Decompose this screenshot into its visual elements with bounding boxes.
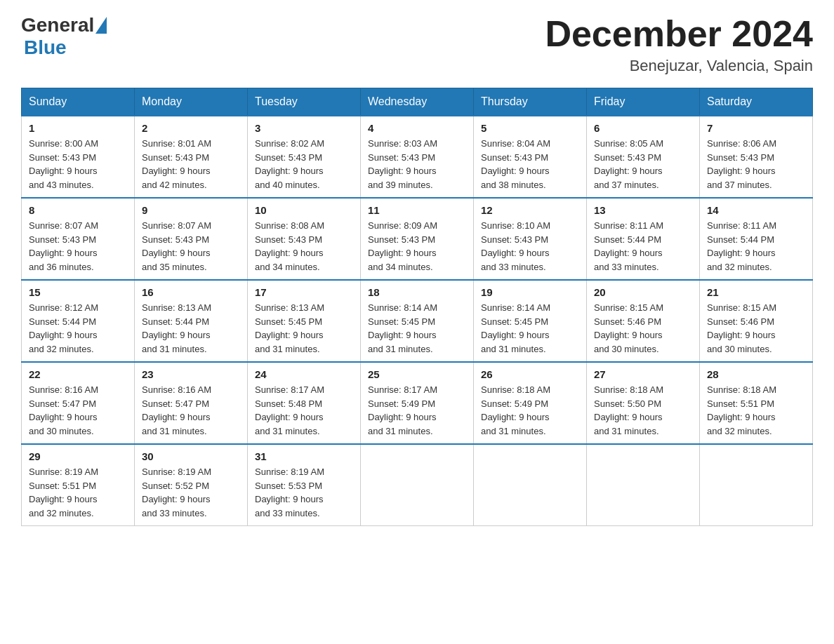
table-row: 27 Sunrise: 8:18 AMSunset: 5:50 PMDaylig… xyxy=(587,362,700,444)
day-info: Sunrise: 8:05 AMSunset: 5:43 PMDaylight:… xyxy=(594,138,663,190)
table-row: 28 Sunrise: 8:18 AMSunset: 5:51 PMDaylig… xyxy=(700,362,813,444)
header-monday: Monday xyxy=(135,88,248,116)
logo-general-text: General xyxy=(21,14,94,36)
table-row: 19 Sunrise: 8:14 AMSunset: 5:45 PMDaylig… xyxy=(474,280,587,362)
table-row: 10 Sunrise: 8:08 AMSunset: 5:43 PMDaylig… xyxy=(248,198,361,280)
day-number: 29 xyxy=(29,450,127,462)
day-number: 30 xyxy=(142,450,240,462)
calendar-week-3: 15 Sunrise: 8:12 AMSunset: 5:44 PMDaylig… xyxy=(22,280,813,362)
table-row: 13 Sunrise: 8:11 AMSunset: 5:44 PMDaylig… xyxy=(587,198,700,280)
day-number: 4 xyxy=(368,122,466,134)
logo: General Blue xyxy=(21,14,107,59)
table-row: 1 Sunrise: 8:00 AMSunset: 5:43 PMDayligh… xyxy=(22,116,135,198)
day-number: 24 xyxy=(255,368,353,380)
day-number: 17 xyxy=(255,286,353,298)
table-row: 14 Sunrise: 8:11 AMSunset: 5:44 PMDaylig… xyxy=(700,198,813,280)
day-number: 22 xyxy=(29,368,127,380)
header-saturday: Saturday xyxy=(700,88,813,116)
header: General Blue December 2024 Benejuzar, Va… xyxy=(21,14,813,75)
day-info: Sunrise: 8:08 AMSunset: 5:43 PMDaylight:… xyxy=(255,220,324,272)
day-number: 5 xyxy=(481,122,579,134)
day-info: Sunrise: 8:13 AMSunset: 5:44 PMDaylight:… xyxy=(142,302,211,354)
day-number: 21 xyxy=(707,286,805,298)
table-row: 26 Sunrise: 8:18 AMSunset: 5:49 PMDaylig… xyxy=(474,362,587,444)
table-row xyxy=(587,444,700,526)
header-friday: Friday xyxy=(587,88,700,116)
day-number: 9 xyxy=(142,204,240,216)
calendar-week-4: 22 Sunrise: 8:16 AMSunset: 5:47 PMDaylig… xyxy=(22,362,813,444)
table-row: 15 Sunrise: 8:12 AMSunset: 5:44 PMDaylig… xyxy=(22,280,135,362)
table-row: 9 Sunrise: 8:07 AMSunset: 5:43 PMDayligh… xyxy=(135,198,248,280)
day-number: 12 xyxy=(481,204,579,216)
day-number: 19 xyxy=(481,286,579,298)
title-area: December 2024 Benejuzar, Valencia, Spain xyxy=(545,14,813,75)
day-number: 28 xyxy=(707,368,805,380)
day-info: Sunrise: 8:17 AMSunset: 5:48 PMDaylight:… xyxy=(255,384,324,436)
day-info: Sunrise: 8:14 AMSunset: 5:45 PMDaylight:… xyxy=(368,302,437,354)
day-info: Sunrise: 8:18 AMSunset: 5:50 PMDaylight:… xyxy=(594,384,663,436)
day-info: Sunrise: 8:18 AMSunset: 5:51 PMDaylight:… xyxy=(707,384,776,436)
day-info: Sunrise: 8:11 AMSunset: 5:44 PMDaylight:… xyxy=(707,220,776,272)
day-info: Sunrise: 8:19 AMSunset: 5:52 PMDaylight:… xyxy=(142,467,211,518)
table-row: 23 Sunrise: 8:16 AMSunset: 5:47 PMDaylig… xyxy=(135,362,248,444)
location-title: Benejuzar, Valencia, Spain xyxy=(545,57,813,75)
calendar-week-1: 1 Sunrise: 8:00 AMSunset: 5:43 PMDayligh… xyxy=(22,116,813,198)
day-number: 25 xyxy=(368,368,466,380)
table-row: 25 Sunrise: 8:17 AMSunset: 5:49 PMDaylig… xyxy=(361,362,474,444)
logo-triangle-icon xyxy=(95,17,107,34)
day-info: Sunrise: 8:06 AMSunset: 5:43 PMDaylight:… xyxy=(707,138,776,190)
day-number: 26 xyxy=(481,368,579,380)
table-row: 29 Sunrise: 8:19 AMSunset: 5:51 PMDaylig… xyxy=(22,444,135,526)
table-row: 5 Sunrise: 8:04 AMSunset: 5:43 PMDayligh… xyxy=(474,116,587,198)
day-number: 14 xyxy=(707,204,805,216)
day-number: 1 xyxy=(29,122,127,134)
table-row: 4 Sunrise: 8:03 AMSunset: 5:43 PMDayligh… xyxy=(361,116,474,198)
day-number: 20 xyxy=(594,286,692,298)
logo-blue-text: Blue xyxy=(24,36,67,58)
table-row: 8 Sunrise: 8:07 AMSunset: 5:43 PMDayligh… xyxy=(22,198,135,280)
day-info: Sunrise: 8:01 AMSunset: 5:43 PMDaylight:… xyxy=(142,138,211,190)
day-info: Sunrise: 8:12 AMSunset: 5:44 PMDaylight:… xyxy=(29,302,98,354)
day-number: 18 xyxy=(368,286,466,298)
day-number: 27 xyxy=(594,368,692,380)
day-info: Sunrise: 8:04 AMSunset: 5:43 PMDaylight:… xyxy=(481,138,550,190)
table-row: 12 Sunrise: 8:10 AMSunset: 5:43 PMDaylig… xyxy=(474,198,587,280)
table-row: 7 Sunrise: 8:06 AMSunset: 5:43 PMDayligh… xyxy=(700,116,813,198)
day-info: Sunrise: 8:18 AMSunset: 5:49 PMDaylight:… xyxy=(481,384,550,436)
day-number: 2 xyxy=(142,122,240,134)
day-number: 7 xyxy=(707,122,805,134)
day-info: Sunrise: 8:11 AMSunset: 5:44 PMDaylight:… xyxy=(594,220,663,272)
day-number: 10 xyxy=(255,204,353,216)
header-tuesday: Tuesday xyxy=(248,88,361,116)
table-row xyxy=(474,444,587,526)
day-info: Sunrise: 8:14 AMSunset: 5:45 PMDaylight:… xyxy=(481,302,550,354)
day-info: Sunrise: 8:07 AMSunset: 5:43 PMDaylight:… xyxy=(142,220,211,272)
day-info: Sunrise: 8:19 AMSunset: 5:53 PMDaylight:… xyxy=(255,467,324,518)
header-thursday: Thursday xyxy=(474,88,587,116)
table-row: 22 Sunrise: 8:16 AMSunset: 5:47 PMDaylig… xyxy=(22,362,135,444)
day-number: 8 xyxy=(29,204,127,216)
month-title: December 2024 xyxy=(545,14,813,54)
header-sunday: Sunday xyxy=(22,88,135,116)
day-number: 6 xyxy=(594,122,692,134)
table-row: 24 Sunrise: 8:17 AMSunset: 5:48 PMDaylig… xyxy=(248,362,361,444)
day-info: Sunrise: 8:17 AMSunset: 5:49 PMDaylight:… xyxy=(368,384,437,436)
day-info: Sunrise: 8:16 AMSunset: 5:47 PMDaylight:… xyxy=(29,384,98,436)
day-number: 23 xyxy=(142,368,240,380)
day-info: Sunrise: 8:15 AMSunset: 5:46 PMDaylight:… xyxy=(707,302,776,354)
calendar-week-5: 29 Sunrise: 8:19 AMSunset: 5:51 PMDaylig… xyxy=(22,444,813,526)
day-info: Sunrise: 8:03 AMSunset: 5:43 PMDaylight:… xyxy=(368,138,437,190)
day-number: 11 xyxy=(368,204,466,216)
day-number: 15 xyxy=(29,286,127,298)
table-row: 30 Sunrise: 8:19 AMSunset: 5:52 PMDaylig… xyxy=(135,444,248,526)
header-wednesday: Wednesday xyxy=(361,88,474,116)
day-number: 16 xyxy=(142,286,240,298)
table-row: 31 Sunrise: 8:19 AMSunset: 5:53 PMDaylig… xyxy=(248,444,361,526)
day-info: Sunrise: 8:15 AMSunset: 5:46 PMDaylight:… xyxy=(594,302,663,354)
table-row: 17 Sunrise: 8:13 AMSunset: 5:45 PMDaylig… xyxy=(248,280,361,362)
table-row: 11 Sunrise: 8:09 AMSunset: 5:43 PMDaylig… xyxy=(361,198,474,280)
table-row: 18 Sunrise: 8:14 AMSunset: 5:45 PMDaylig… xyxy=(361,280,474,362)
day-info: Sunrise: 8:13 AMSunset: 5:45 PMDaylight:… xyxy=(255,302,324,354)
table-row: 6 Sunrise: 8:05 AMSunset: 5:43 PMDayligh… xyxy=(587,116,700,198)
calendar-week-2: 8 Sunrise: 8:07 AMSunset: 5:43 PMDayligh… xyxy=(22,198,813,280)
